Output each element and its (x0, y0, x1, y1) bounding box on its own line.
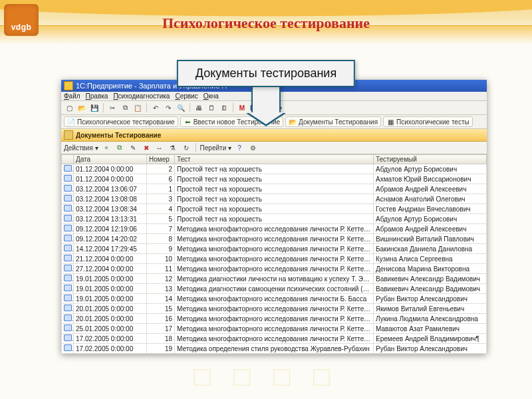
cell-subject: Рубан Виктор Александрович (374, 294, 487, 304)
cell-subject: Вавикевич Александр Вадимович (374, 284, 487, 294)
table-row[interactable]: 20.01.2005 0:00:0016Методика многофактор… (62, 314, 487, 324)
table-row[interactable]: 27.12.2004 0:00:0011Методика многофактор… (62, 264, 487, 274)
actions-menu[interactable]: Действия ▾ (64, 144, 98, 152)
goto-menu[interactable]: Перейти ▾ (200, 144, 231, 152)
cell-date: 14.12.2004 17:29:45 (74, 244, 147, 254)
nav-test-docs[interactable]: 📂 Документы Тестирования (285, 116, 381, 127)
cell-date: 03.12.2004 13:13:31 (74, 214, 147, 224)
table-row[interactable]: 20.01.2005 0:00:0015Методика многофактор… (62, 304, 487, 314)
cell-date: 21.12.2004 0:00:00 (74, 254, 147, 264)
row-doc-icon (62, 304, 74, 314)
cell-subject: Вишнинский Виталий Павлович (374, 234, 487, 244)
cell-num: 8 (147, 234, 175, 244)
tool-icon[interactable]: ⚙ (247, 142, 258, 153)
cell-test: Методика диагностики самооценки психичес… (175, 284, 374, 294)
menu-psycho[interactable]: Психодиагностика (113, 92, 170, 100)
search-icon[interactable]: 🔍 (176, 102, 186, 113)
add2-icon[interactable]: ⧉ (114, 142, 125, 153)
table-row[interactable]: 01.12.2004 0:00:002Простой тест на хорош… (62, 164, 487, 174)
menu-edit[interactable]: Правка (86, 92, 108, 100)
cell-num: 13 (147, 284, 175, 294)
edit-icon[interactable]: ✎ (128, 142, 138, 153)
help-icon[interactable]: ? (234, 142, 245, 153)
cell-num: 4 (147, 204, 175, 214)
col-date[interactable]: Дата (74, 155, 147, 164)
row-doc-icon (62, 294, 74, 304)
delete-icon[interactable]: ✖ (141, 142, 152, 153)
row-doc-icon (62, 314, 74, 324)
col-num[interactable]: Номер (147, 155, 175, 164)
save-icon[interactable]: 💾 (89, 102, 100, 113)
data-table: Дата Номер Тест Тестируемый 01.12.2004 0… (61, 154, 487, 354)
table-row[interactable]: 19.01.2005 0:00:0012Методика диагностики… (62, 274, 487, 284)
col-test[interactable]: Тест (175, 155, 374, 164)
table-row[interactable]: 03.12.2004 13:13:315Простой тест на хоро… (62, 214, 487, 224)
row-doc-icon (62, 204, 74, 214)
menu-file[interactable]: Файл (64, 92, 80, 100)
actions-bar: Действия ▾ ＋ ⧉ ✎ ✖ ↔ ⚗ ↻ Перейти ▾ ? ⚙ (61, 142, 487, 154)
print-icon[interactable]: 🖶 (194, 102, 204, 113)
col-icon[interactable] (62, 155, 74, 164)
cell-num: 6 (147, 174, 175, 184)
mark-icon[interactable]: ↔ (154, 142, 165, 153)
table-row[interactable]: 14.12.2004 17:29:459Методика многофактор… (62, 244, 487, 254)
cell-num: 11 (147, 264, 175, 274)
cell-test: Простой тест на хорошесть (175, 174, 374, 184)
table-row[interactable]: 09.12.2004 12:19:067Методика многофактор… (62, 224, 487, 234)
table-row[interactable]: 03.12.2004 13:08:083Простой тест на хоро… (62, 194, 487, 204)
menu-service[interactable]: Сервис (175, 92, 198, 100)
open-icon[interactable]: 📂 (76, 102, 87, 113)
table-row[interactable]: 19.01.2005 0:00:0014Методика многофактор… (62, 294, 487, 304)
cell-test: Простой тест на хорошесть (175, 204, 374, 214)
row-doc-icon (62, 164, 74, 174)
nav-psych-tests[interactable]: ▦ Психологические тесты (383, 116, 473, 127)
doc-icon: 📄 (67, 118, 75, 126)
calendar-icon[interactable]: 🗓 (219, 102, 229, 113)
cell-date: 19.01.2005 0:00:00 (74, 284, 147, 294)
cell-test: Методика многофакторного исследования ли… (175, 304, 374, 314)
callout-arrow (251, 84, 281, 114)
cell-date: 20.01.2005 0:00:00 (74, 304, 147, 314)
copy-icon[interactable]: ⧉ (120, 102, 130, 113)
table-row[interactable]: 21.12.2004 0:00:0010Методика многофактор… (62, 254, 487, 264)
table-row[interactable]: 01.12.2004 0:00:006Простой тест на хорош… (62, 174, 487, 184)
table-row[interactable]: 17.02.2005 0:00:0019Методика определения… (62, 344, 487, 354)
cell-subject: Абдулов Артур Борисович (374, 214, 487, 224)
cell-num: 10 (147, 254, 175, 264)
cell-subject: Бакинская Даниела Даниловна (374, 244, 487, 254)
refresh-icon[interactable]: ↻ (181, 142, 192, 153)
subwindow-titlebar[interactable]: Документы Тестирование (61, 129, 487, 142)
add-icon[interactable]: ＋ (101, 142, 112, 153)
cell-test: Простой тест на хорошесть (175, 214, 374, 224)
table-row[interactable]: 25.01.2005 0:00:0017Методика многофактор… (62, 324, 487, 334)
cell-subject: Кузина Алиса Сергеевна (374, 254, 487, 264)
row-doc-icon (62, 334, 74, 344)
cut-icon[interactable]: ✂ (107, 102, 118, 113)
paste-icon[interactable]: 📋 (132, 102, 143, 113)
nav-psych-testing[interactable]: 📄 Психологическое тестирование (64, 116, 178, 127)
calc-icon[interactable]: 🗒 (206, 102, 217, 113)
table-row[interactable]: 03.12.2004 13:08:344Простой тест на хоро… (62, 204, 487, 214)
col-subject[interactable]: Тестируемый (374, 155, 487, 164)
table-row[interactable]: 19.01.2005 0:00:0013Методика диагностики… (62, 284, 487, 294)
separator (196, 143, 196, 152)
cell-date: 03.12.2004 13:06:07 (74, 184, 147, 194)
cell-date: 19.01.2005 0:00:00 (74, 274, 147, 284)
cell-subject: Денисова Марина Викторовна (374, 264, 487, 274)
row-doc-icon (62, 284, 74, 294)
table-row[interactable]: 03.12.2004 13:06:071Простой тест на хоро… (62, 184, 487, 194)
row-doc-icon (62, 174, 74, 184)
cell-num: 14 (147, 294, 175, 304)
table-row[interactable]: 17.02.2005 0:00:0018Методика многофактор… (62, 334, 487, 344)
separator (190, 103, 190, 112)
table-row[interactable]: 09.12.2004 14:20:028Методика многофактор… (62, 234, 487, 244)
cell-subject: Маваютов Азат Рамилевич (374, 324, 487, 334)
undo-icon[interactable]: ↶ (150, 102, 161, 113)
filter-icon[interactable]: ⚗ (168, 142, 178, 153)
m-icon[interactable]: M (237, 102, 247, 113)
separator (233, 103, 233, 112)
redo-icon[interactable]: ↷ (163, 102, 174, 113)
cell-test: Методика многофакторного исследования ли… (175, 294, 374, 304)
new-icon[interactable]: ▢ (64, 102, 74, 113)
menu-windows[interactable]: Окна (203, 92, 219, 100)
